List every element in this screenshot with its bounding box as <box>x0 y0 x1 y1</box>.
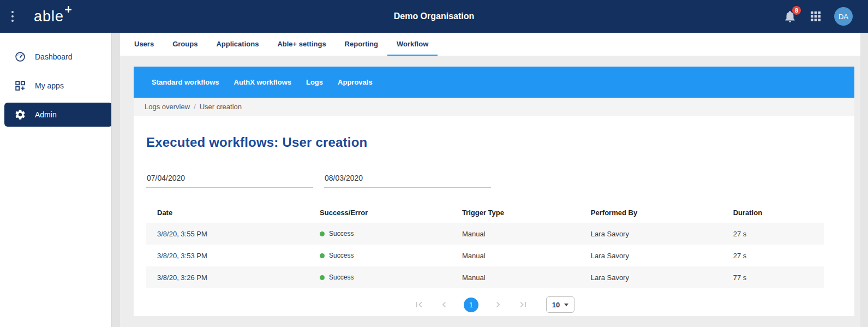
sidebar-item-dashboard[interactable]: Dashboard <box>4 45 112 69</box>
column-header-trigger-type: Trigger Type <box>451 209 580 217</box>
grid-plus-icon <box>14 80 26 92</box>
next-page-button[interactable] <box>493 299 504 310</box>
pagination: 1 10 <box>146 296 842 313</box>
admin-tabbar: Users Groups Applications Able+ settings… <box>120 33 868 56</box>
subnav-logs[interactable]: Logs <box>306 78 323 86</box>
cell-performed-by: Lara Savory <box>580 230 722 238</box>
date-to-input[interactable] <box>324 174 491 188</box>
sidebar-item-label: Dashboard <box>35 52 73 61</box>
tab-users[interactable]: Users <box>125 33 163 56</box>
brand-logo[interactable]: able <box>34 7 71 26</box>
tab-reporting[interactable]: Reporting <box>336 33 387 56</box>
chevron-down-icon <box>564 304 568 306</box>
tab-workflow[interactable]: Workflow <box>387 33 438 56</box>
sidebar-item-label: Admin <box>35 110 57 119</box>
chevron-right-icon <box>493 299 504 310</box>
breadcrumb-separator: / <box>194 103 196 111</box>
main-area: Users Groups Applications Able+ settings… <box>120 33 868 327</box>
app-header: able Demo Organisation 8 DA <box>0 0 868 33</box>
notification-badge: 8 <box>792 6 801 15</box>
cell-date: 3/8/20, 3:55 PM <box>146 230 309 238</box>
logo-text: able <box>34 7 64 26</box>
subnav-authx-workflows[interactable]: AuthX workflows <box>234 78 291 86</box>
status-label: Success <box>329 252 354 259</box>
status-label: Success <box>329 230 354 237</box>
workflow-subnav: Standard workflows AuthX workflows Logs … <box>134 67 854 98</box>
vertical-scrollbar[interactable] <box>860 33 868 327</box>
table-row[interactable]: 3/8/20, 3:53 PM Success Manual Lara Savo… <box>146 245 824 266</box>
column-header-duration: Duration <box>722 209 824 217</box>
page-title: Executed workflows: User creation <box>146 135 842 150</box>
kebab-menu-icon[interactable] <box>0 11 25 22</box>
date-to-field <box>324 173 491 188</box>
apps-grid-icon <box>809 10 822 23</box>
cell-date: 3/8/20, 3:53 PM <box>146 252 309 260</box>
cell-trigger-type: Manual <box>451 274 580 282</box>
header-actions: 8 DA <box>783 7 868 26</box>
cell-trigger-type: Manual <box>451 230 580 238</box>
content-column: Standard workflows AuthX workflows Logs … <box>134 67 854 316</box>
table-row[interactable]: 3/8/20, 3:26 PM Success Manual Lara Savo… <box>146 266 824 288</box>
column-header-date: Date <box>146 209 309 217</box>
chevron-left-icon <box>439 299 450 310</box>
notifications-button[interactable]: 8 <box>783 9 797 23</box>
cell-date: 3/8/20, 3:26 PM <box>146 274 309 282</box>
table-row[interactable]: 3/8/20, 3:55 PM Success Manual Lara Savo… <box>146 223 824 245</box>
logs-panel: Executed workflows: User creation Date S… <box>134 116 854 316</box>
success-dot-icon <box>320 275 325 280</box>
tab-able-settings[interactable]: Able+ settings <box>268 33 335 56</box>
cell-duration: 27 s <box>722 230 824 238</box>
cell-status: Success <box>309 274 451 281</box>
subnav-approvals[interactable]: Approvals <box>338 78 373 86</box>
speedometer-icon <box>14 51 26 63</box>
sidebar-scrollbar[interactable] <box>111 33 120 327</box>
tab-applications[interactable]: Applications <box>207 33 268 56</box>
cell-status: Success <box>309 252 451 259</box>
column-header-success-error: Success/Error <box>309 209 451 217</box>
breadcrumb-user-creation[interactable]: User creation <box>200 103 242 111</box>
cell-performed-by: Lara Savory <box>580 252 722 260</box>
first-page-icon <box>414 299 424 310</box>
column-header-performed-by: Performed By <box>580 209 722 217</box>
cell-duration: 27 s <box>722 252 824 260</box>
user-avatar[interactable]: DA <box>834 7 853 26</box>
sidebar-item-admin[interactable]: Admin <box>4 103 112 127</box>
table-header-row: Date Success/Error Trigger Type Performe… <box>146 202 824 223</box>
gear-icon <box>14 109 26 121</box>
last-page-icon <box>518 299 529 310</box>
cell-duration: 77 s <box>722 274 824 282</box>
cell-status: Success <box>309 230 451 237</box>
date-filter-row <box>146 173 842 188</box>
sidebar: Dashboard My apps Admin <box>0 33 120 327</box>
success-dot-icon <box>320 231 325 236</box>
apps-grid-button[interactable] <box>809 10 822 23</box>
logo-plus-icon <box>65 6 71 13</box>
date-from-field <box>146 173 313 188</box>
page-size-select[interactable]: 10 <box>546 296 574 313</box>
organisation-title: Demo Organisation <box>0 11 868 21</box>
breadcrumb-logs-overview[interactable]: Logs overview <box>145 103 190 111</box>
page-size-value: 10 <box>552 301 560 309</box>
status-label: Success <box>329 274 354 281</box>
table-body: 3/8/20, 3:55 PM Success Manual Lara Savo… <box>146 223 824 288</box>
success-dot-icon <box>320 253 325 258</box>
date-from-input[interactable] <box>146 174 313 188</box>
last-page-button[interactable] <box>518 299 529 310</box>
previous-page-button[interactable] <box>439 299 450 310</box>
cell-performed-by: Lara Savory <box>580 274 722 282</box>
sidebar-item-my-apps[interactable]: My apps <box>4 74 112 98</box>
breadcrumb: Logs overview / User creation <box>134 98 854 116</box>
tab-groups[interactable]: Groups <box>163 33 207 56</box>
sidebar-item-label: My apps <box>35 81 64 90</box>
executed-workflows-table: Date Success/Error Trigger Type Performe… <box>146 202 824 288</box>
first-page-button[interactable] <box>414 299 424 310</box>
subnav-standard-workflows[interactable]: Standard workflows <box>152 78 219 86</box>
current-page-button[interactable]: 1 <box>464 298 478 312</box>
cell-trigger-type: Manual <box>451 252 580 260</box>
